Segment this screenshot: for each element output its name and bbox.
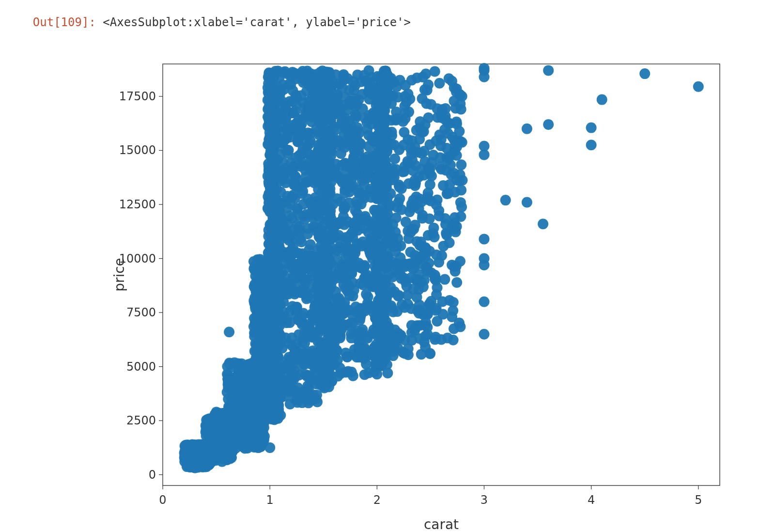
- svg-point-2511: [290, 106, 301, 117]
- svg-point-4065: [451, 119, 462, 129]
- svg-point-2890: [313, 245, 324, 256]
- chart-svg: 012345 025005000750010000125001500017500…: [109, 54, 734, 532]
- svg-point-3938: [408, 165, 418, 176]
- svg-point-2547: [304, 370, 315, 381]
- svg-point-4117: [479, 253, 490, 264]
- svg-point-4023: [442, 188, 452, 199]
- svg-point-3308: [361, 303, 372, 313]
- svg-point-3982: [432, 316, 443, 327]
- svg-point-3950: [383, 322, 393, 333]
- svg-point-4072: [454, 89, 465, 100]
- svg-point-3604: [372, 229, 383, 240]
- svg-point-2573: [291, 259, 302, 270]
- svg-point-2519: [277, 113, 287, 124]
- y-tick-label: 5000: [126, 360, 156, 374]
- svg-point-2560: [278, 79, 288, 90]
- svg-point-3351: [327, 260, 338, 270]
- svg-point-4103: [259, 260, 270, 270]
- svg-point-3907: [412, 292, 422, 302]
- svg-point-3668: [375, 211, 386, 221]
- y-axis-label: price: [111, 258, 127, 292]
- svg-point-2564: [312, 397, 323, 407]
- svg-point-533: [205, 451, 216, 461]
- svg-point-4015: [455, 321, 465, 332]
- svg-point-2527: [301, 355, 311, 365]
- x-axis-label: carat: [424, 516, 459, 532]
- svg-point-1042: [252, 428, 263, 438]
- svg-point-3991: [451, 277, 462, 288]
- svg-point-3297: [361, 77, 372, 87]
- x-tick-label: 0: [159, 493, 166, 507]
- svg-point-1271: [233, 435, 244, 445]
- svg-point-3260: [329, 359, 340, 370]
- svg-point-1680: [253, 322, 264, 332]
- svg-point-2532: [274, 321, 285, 331]
- svg-point-2045: [264, 305, 275, 316]
- x-tick-label: 2: [373, 493, 381, 507]
- svg-point-3320: [328, 229, 339, 240]
- svg-point-3353: [352, 199, 363, 210]
- svg-point-3344: [342, 320, 353, 330]
- svg-point-2571: [284, 380, 294, 391]
- svg-point-4104: [264, 442, 275, 453]
- x-tick-label: 4: [588, 493, 595, 507]
- svg-point-2476: [271, 242, 281, 253]
- svg-point-1026: [236, 359, 247, 369]
- svg-point-4019: [426, 171, 437, 181]
- svg-point-4134: [693, 81, 704, 92]
- svg-point-3935: [419, 146, 430, 156]
- svg-point-4053: [444, 295, 455, 306]
- svg-point-3928: [387, 287, 397, 297]
- svg-point-3949: [395, 252, 406, 263]
- svg-point-3321: [354, 352, 365, 362]
- svg-point-3944: [410, 180, 420, 191]
- svg-point-4046: [440, 103, 451, 114]
- svg-point-3331: [329, 98, 340, 109]
- svg-point-3901: [425, 348, 435, 359]
- svg-point-4124: [500, 195, 511, 205]
- svg-point-3335: [354, 128, 364, 139]
- svg-point-2896: [319, 70, 330, 80]
- svg-point-4034: [451, 150, 462, 161]
- svg-point-3337: [340, 158, 350, 169]
- svg-point-4048: [430, 66, 440, 77]
- svg-point-3316: [336, 368, 346, 379]
- svg-point-2549: [286, 246, 296, 257]
- svg-point-4056: [438, 241, 449, 251]
- svg-point-3306: [327, 139, 338, 149]
- svg-point-1018: [225, 360, 236, 370]
- svg-point-3332: [358, 156, 369, 167]
- svg-point-4070: [431, 250, 442, 260]
- svg-point-2465: [292, 92, 302, 103]
- svg-point-3683: [375, 100, 386, 111]
- svg-point-2924: [316, 340, 327, 350]
- svg-point-3917: [386, 115, 397, 125]
- svg-point-2927: [315, 226, 326, 237]
- svg-point-2566: [272, 210, 282, 220]
- output-repr-text: <AxesSubplot:xlabel='carat', ylabel='pri…: [103, 16, 411, 29]
- svg-point-3693: [377, 312, 388, 323]
- svg-point-4069: [432, 112, 443, 123]
- svg-point-4107: [420, 320, 431, 331]
- svg-point-3323: [359, 190, 370, 201]
- y-tick-label: 17500: [119, 90, 156, 103]
- svg-point-4036: [456, 202, 467, 212]
- svg-point-2551: [295, 68, 306, 78]
- svg-point-3880: [399, 302, 410, 313]
- svg-point-2546: [300, 287, 311, 298]
- svg-point-4127: [538, 219, 548, 229]
- scatter-points-group: [179, 63, 704, 473]
- svg-point-4011: [428, 150, 439, 160]
- svg-point-4129: [543, 65, 554, 76]
- svg-point-3339: [363, 227, 374, 238]
- svg-point-1674: [252, 364, 263, 375]
- svg-point-3946: [400, 108, 411, 118]
- svg-point-4101: [275, 410, 286, 421]
- svg-point-2526: [275, 173, 285, 184]
- svg-point-2496: [272, 397, 283, 407]
- svg-point-2452: [272, 184, 282, 194]
- svg-point-3684: [375, 350, 386, 360]
- svg-point-3965: [456, 185, 466, 195]
- svg-point-2928: [316, 359, 326, 370]
- svg-point-3230: [343, 283, 354, 294]
